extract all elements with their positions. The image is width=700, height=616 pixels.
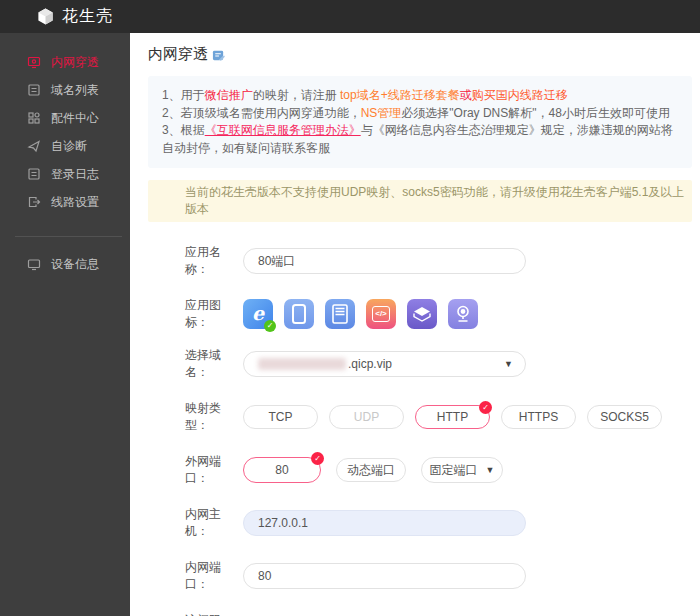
app-name-label: 应用名称： [185,244,243,278]
ie-browser-icon: e [252,304,264,323]
app-icon-label: 应用图标： [185,297,243,331]
domain-suffix: .qicp.vip [348,357,392,371]
app-icon-ie-browser[interactable]: e ✓ [243,299,273,329]
sidebar-item-accessories[interactable]: 配件中心 [0,104,130,132]
sidebar-item-line-settings[interactable]: 线路设置 [0,188,130,216]
app-icon-router[interactable] [407,299,437,329]
notice-link-package[interactable]: top域名+线路迁移套餐 [340,88,460,102]
notice-link-ns[interactable]: NS管理 [361,106,402,120]
pill-label: UDP [354,410,379,424]
camera-icon [448,299,478,329]
router-icon [407,299,437,329]
app-name-row: 应用名称： [185,244,692,278]
login-log-icon [27,167,41,181]
code-window-icon: </> [372,306,390,322]
brand-logo: 花生壳 [36,6,113,27]
mapping-type-label: 映射类型： [185,400,243,434]
notice-text: 3、根据 [162,123,205,137]
sidebar-item-label: 域名列表 [51,82,99,99]
internal-host-label: 内网主机： [185,506,243,540]
selected-check-icon: ✓ [311,452,324,465]
mapping-type-http[interactable]: HTTP✓ [415,405,490,429]
external-port-row: 外网端口： ✓ 动态端口 固定端口 ▼ [185,453,692,487]
accessories-grid-icon [27,111,41,125]
topbar: 花生壳 [0,0,700,33]
pill-label: TCP [269,410,293,424]
sidebar-item-intranet-tunnel[interactable]: 内网穿透 [0,48,130,76]
notice-line: 2、若顶级域名需使用内网穿通功能，NS管理必须选择"Oray DNS解析"，48… [162,105,678,123]
dynamic-port-button[interactable]: 动态端口 [336,458,406,482]
selected-check-icon: ✓ [264,320,276,332]
internal-host-input[interactable] [243,510,526,536]
notice-text: 1、用于 [162,88,205,102]
sidebar: 内网穿透 域名列表 配件中心 自诊断 登录日志 线路设置 [0,33,130,616]
notice-line: 3、根据《互联网信息服务管理办法》与《网络信息内容生态治理规定》规定，涉嫌违规的… [162,122,678,157]
sidebar-item-label: 设备信息 [51,256,99,273]
notice-link-regulation[interactable]: 《互联网信息服务管理办法》 [205,123,361,137]
mapping-type-row: 映射类型： TCP UDP HTTP✓ HTTPS SOCKS5 [185,400,692,434]
external-port-label: 外网端口： [185,453,243,487]
mapping-type-tcp[interactable]: TCP [243,405,318,429]
domain-select[interactable]: .qicp.vip ▼ [243,351,526,377]
sidebar-item-label: 配件中心 [51,110,99,127]
sidebar-divider [15,236,122,237]
page-title: 内网穿透 [148,45,208,64]
nas-icon [325,299,355,329]
redacted-domain-prefix [258,358,346,370]
pill-label: HTTPS [519,410,558,424]
app-icon-row: 应用图标： e ✓ </> [185,297,692,331]
mapping-type-udp: UDP [329,405,404,429]
sidebar-item-label: 登录日志 [51,166,99,183]
tablet-icon [284,299,314,329]
notice-link-migration[interactable]: 购买国内线路迁移 [472,88,568,102]
cube-logo-icon [36,7,55,26]
brand-name: 花生壳 [62,6,113,27]
app-window: 花生壳 内网穿透 域名列表 配件中心 自诊断 登录日志 [0,0,700,616]
device-info-icon [27,257,41,271]
sidebar-item-self-diagnose[interactable]: 自诊断 [0,132,130,160]
internal-port-row: 内网端口： [185,559,692,593]
pill-label: 动态端口 [347,462,395,479]
access-limit-row: 访问限制： 建议开启密码访问，防止恶意入侵和加强数据安全 [185,612,692,616]
chevron-down-icon: ▼ [486,465,495,475]
app-icon-code-window[interactable]: </> [366,299,396,329]
domain-row: 选择域名： .qicp.vip ▼ [185,347,692,381]
pill-label: SOCKS5 [600,410,649,424]
select-value: 固定端口 [430,462,478,479]
mapping-type-https[interactable]: HTTPS [501,405,576,429]
notice-text: 的映射，请注册 [253,88,340,102]
diagnose-icon [27,139,41,153]
app-icon-nas[interactable] [325,299,355,329]
edit-note-icon[interactable] [212,49,225,62]
sidebar-item-label: 自诊断 [51,138,87,155]
version-warning-text: 当前的花生壳版本不支持使用UDP映射、socks5密码功能，请升级使用花生壳客户… [185,184,692,218]
tunnel-form: 应用名称： 应用图标： e ✓ [185,244,692,616]
internal-port-label: 内网端口： [185,559,243,593]
sidebar-item-label: 内网穿透 [51,54,99,71]
access-limit-label: 访问限制： [185,612,243,616]
internal-host-row: 内网主机： [185,506,692,540]
app-icon-tablet[interactable] [284,299,314,329]
notice-line: 1、用于微信推广的映射，请注册 top域名+线路迁移套餐或购买国内线路迁移 [162,87,678,105]
sidebar-item-login-log[interactable]: 登录日志 [0,160,130,188]
notice-box: 1、用于微信推广的映射，请注册 top域名+线路迁移套餐或购买国内线路迁移 2、… [148,76,692,168]
sidebar-item-label: 线路设置 [51,194,99,211]
tunnel-icon [27,55,41,69]
domain-list-icon [27,83,41,97]
notice-text: 2、若顶级域名需使用内网穿通功能， [162,106,361,120]
internal-port-input[interactable] [243,563,526,589]
main-content: 内网穿透 1、用于微信推广的映射，请注册 top域名+线路迁移套餐或购买国内线路… [130,33,700,616]
app-name-input[interactable] [243,248,526,274]
port-mode-select[interactable]: 固定端口 ▼ [421,457,503,483]
sidebar-item-domain-list[interactable]: 域名列表 [0,76,130,104]
chevron-down-icon: ▼ [504,359,513,369]
notice-highlight: 微信推广 [205,88,253,102]
domain-label: 选择域名： [185,347,243,381]
external-port-input[interactable] [243,457,321,483]
app-icon-camera[interactable] [448,299,478,329]
selected-check-icon: ✓ [479,401,492,414]
version-warning-bar: 当前的花生壳版本不支持使用UDP映射、socks5密码功能，请升级使用花生壳客户… [148,180,692,222]
pill-label: HTTP [437,410,468,424]
sidebar-item-device-info[interactable]: 设备信息 [0,250,130,278]
mapping-type-socks5[interactable]: SOCKS5 [587,405,662,429]
